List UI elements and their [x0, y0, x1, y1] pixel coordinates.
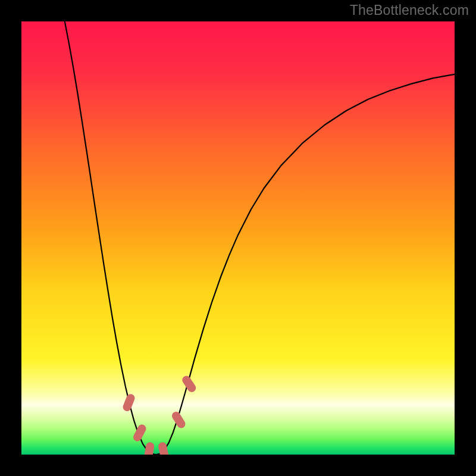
plot-area: [21, 21, 455, 455]
attribution-label: TheBottleneck.com: [350, 2, 469, 18]
chart-background: [21, 21, 455, 455]
chart-svg: [21, 21, 455, 455]
